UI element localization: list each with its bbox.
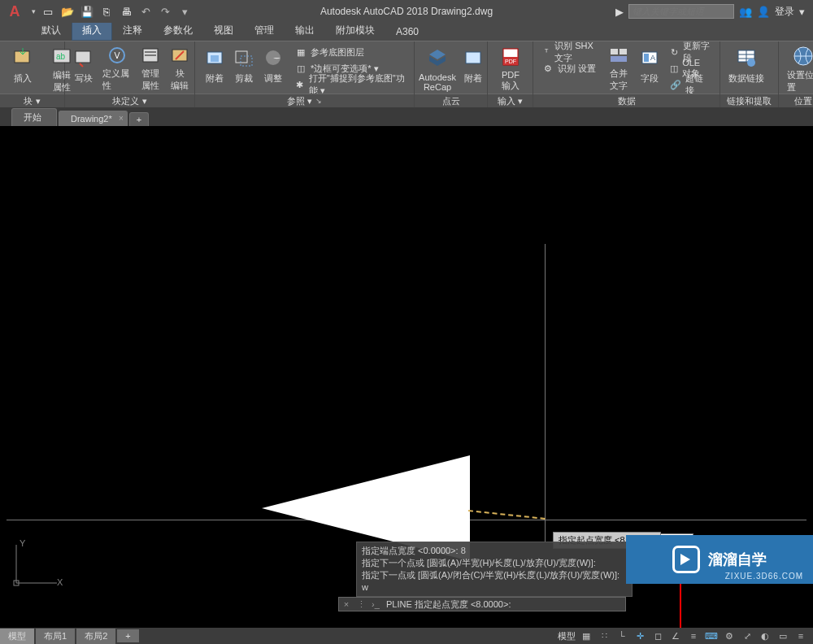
save-icon[interactable]: 💾 [80, 4, 94, 19]
shx-recognize-button[interactable]: ᵀ识别 SHX 文字 [538, 45, 602, 59]
rubber-band-line [468, 510, 546, 520]
undo-icon[interactable]: ↶ [138, 4, 153, 19]
attach-icon [202, 45, 228, 71]
tab-insert[interactable]: 插入 [72, 20, 112, 41]
customize-icon[interactable]: ≡ [793, 629, 808, 642]
search-input[interactable] [628, 4, 734, 19]
recap-button[interactable]: Autodesk ReCap [420, 43, 455, 94]
new-icon[interactable]: ▭ [41, 4, 55, 19]
merge-text-button[interactable]: 合并 文字 [604, 43, 633, 94]
redo-icon[interactable]: ↷ [158, 4, 172, 19]
attach-label: 附着 [206, 72, 224, 85]
login-label[interactable]: 登录 [775, 5, 794, 19]
tab-addins[interactable]: 附加模块 [325, 20, 385, 41]
dynamic-input-toggle-icon[interactable]: ⌨ [704, 629, 719, 642]
tab-a360[interactable]: A360 [385, 23, 429, 41]
tab-parametric[interactable]: 参数化 [153, 20, 203, 41]
command-line[interactable]: × ⋮ ›_ PLINE 指定起点宽度 <8.0000>: [338, 597, 626, 611]
lineweight-toggle-icon[interactable]: ≡ [686, 629, 701, 642]
attach-button[interactable]: 附着 [200, 43, 229, 94]
close-tab-icon[interactable]: × [119, 114, 124, 123]
panel-block-caption[interactable]: 块 ▾ [0, 94, 64, 107]
polar-toggle-icon[interactable]: ✛ [633, 629, 647, 642]
svg-rect-10 [211, 55, 219, 62]
open-icon[interactable]: 📂 [60, 4, 75, 19]
update-field-icon: ↻ [669, 46, 680, 59]
filetab-new[interactable]: + [129, 112, 149, 126]
panel-data-caption[interactable]: 数据 [533, 94, 720, 107]
search-icon[interactable]: 👥 [739, 6, 752, 18]
adjust-button[interactable]: 调整 [259, 43, 288, 94]
merge-text-label: 合并 文字 [610, 67, 628, 92]
command-history: 指定端点宽度 <0.0000>: 8 指定下一个点或 [圆弧(A)/半宽(H)/… [356, 542, 633, 597]
pc-attach-label: 附着 [464, 72, 482, 85]
tab-annotate[interactable]: 注释 [112, 20, 153, 41]
modeltab-add[interactable]: + [117, 629, 138, 642]
tab-manage[interactable]: 管理 [244, 20, 285, 41]
insert-block-button[interactable]: 插入 [5, 43, 41, 94]
adjust-label: 调整 [264, 72, 282, 85]
field-button[interactable]: A 字段 [635, 43, 664, 94]
annotation-scale-icon[interactable]: ⤢ [740, 629, 754, 642]
panel-pointcloud-caption[interactable]: 点云 [415, 94, 487, 107]
cmd-history-line: 指定端点宽度 <0.0000>: 8 [362, 545, 627, 557]
frame-options-icon: ◫ [294, 62, 307, 75]
modeltab-layout2[interactable]: 布局2 [76, 629, 115, 644]
svg-text:A: A [650, 54, 655, 62]
isolate-icon[interactable]: ◐ [758, 629, 772, 642]
filetab-drawing2[interactable]: Drawing2*× [59, 111, 128, 126]
infocenter-play-icon[interactable]: ▶ [615, 6, 624, 18]
panel-loc-caption[interactable]: 位置 [779, 94, 813, 107]
status-model-label[interactable]: 模型 [558, 630, 576, 642]
pc-attach-button[interactable]: 附着 [459, 43, 488, 94]
attrmgr-button[interactable]: 管理 属性 [137, 43, 164, 94]
blockeditor-button[interactable]: 块 编辑器 [166, 43, 193, 94]
watermark-banner: 溜溜自学 ZIXUE.3D66.COM [626, 535, 813, 584]
plot-icon[interactable]: 🖶 [119, 4, 133, 19]
app-logo-icon[interactable]: A [5, 2, 24, 21]
osnap-toggle-icon[interactable]: ◻ [650, 629, 665, 642]
cmdline-handle-icon[interactable]: ⋮ [354, 598, 368, 611]
panel-reference-caption[interactable]: 参照 ▾↘ [195, 94, 414, 107]
pdf-import-button[interactable]: PDF PDF 输入 [493, 43, 528, 94]
appmenu-dropdown-icon[interactable]: ▾ [29, 2, 37, 21]
shx-icon: ᵀ [541, 46, 551, 59]
title-bar: A ▾ ▭ 📂 💾 ⎘ 🖶 ↶ ↷ ▾ Autodesk AutoCAD 201… [0, 0, 813, 23]
filetab-start[interactable]: 开始 [11, 108, 57, 126]
crosshair-vertical [545, 244, 546, 542]
snap-toggle-icon[interactable]: ∷ [597, 629, 611, 642]
underlay-layers-button[interactable]: ▦ 参考底图图层 [291, 45, 409, 59]
user-icon[interactable]: 👤 [757, 6, 770, 18]
defattr-button[interactable]: 定义属性 [99, 43, 135, 94]
cmdline-close-icon[interactable]: × [339, 598, 354, 611]
datalink-button[interactable]: 数据链接 [725, 43, 767, 94]
qat-dropdown-icon[interactable]: ▾ [177, 4, 192, 19]
login-dropdown-icon[interactable]: ▾ [799, 6, 805, 18]
tab-view[interactable]: 视图 [203, 20, 244, 41]
cleanscreen-icon[interactable]: ▭ [776, 629, 790, 642]
modeltab-layout1[interactable]: 布局1 [36, 629, 75, 644]
grid-toggle-icon[interactable]: ▦ [579, 629, 593, 642]
panel-blockdef-caption[interactable]: 块定义 ▾ [65, 94, 194, 107]
tab-output[interactable]: 输出 [285, 20, 325, 41]
cmdline-chevron-icon[interactable]: ›_ [368, 598, 383, 611]
drawing-canvas[interactable]: 指定起点宽度 <8.0000>: X Y 指定端点宽度 <0.0000>: 8 … [0, 126, 813, 628]
insert-block-label: 插入 [14, 72, 32, 85]
saveas-icon[interactable]: ⎘ [99, 4, 114, 19]
writeblock-button[interactable]: 写块 [70, 43, 98, 94]
modeltab-model[interactable]: 模型 [0, 629, 34, 644]
reference-dialog-launcher-icon[interactable]: ↘ [315, 97, 322, 105]
shx-settings-icon: ⚙ [541, 62, 554, 75]
otrack-toggle-icon[interactable]: ∠ [668, 629, 683, 642]
panel-import-caption[interactable]: 输入 ▾ [488, 94, 533, 107]
ortho-toggle-icon[interactable]: └ [615, 629, 629, 642]
clip-button[interactable]: 剪裁 [229, 43, 259, 94]
shx-settings-button[interactable]: ⚙识别 设置 [538, 61, 602, 76]
hyperlink-button[interactable]: 🔗超链接 [666, 77, 715, 92]
workspace-icon[interactable]: ⚙ [722, 629, 737, 642]
tab-default[interactable]: 默认 [31, 20, 72, 41]
titlebar-right: ▶ 👥 👤 登录 ▾ [615, 4, 813, 19]
panel-link-caption[interactable]: 链接和提取 [720, 94, 778, 107]
snap-underlay-button[interactable]: ✱ 打开"捕捉到参考底图"功能 ▾ [291, 77, 409, 92]
setlocation-button[interactable]: 设置位置 [784, 43, 813, 94]
